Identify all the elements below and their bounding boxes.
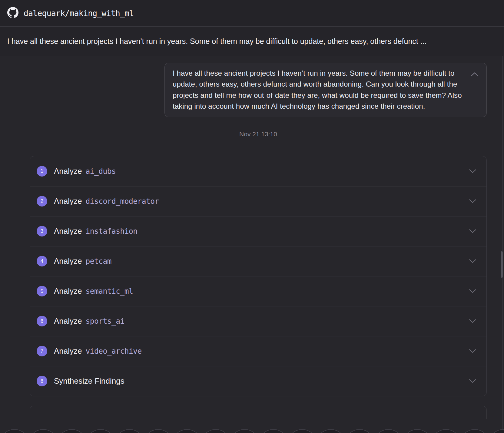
chevron-down-icon[interactable] (469, 287, 476, 295)
task-target-code: discord_moderator (86, 197, 159, 206)
chevron-down-icon[interactable] (469, 227, 476, 235)
task-row-1[interactable]: 1 Analyzeai_dubs (30, 156, 486, 186)
chat-page: { "header": { "repo_title": "dalequark/m… (0, 0, 504, 433)
task-row-8[interactable]: 8 Synthesize Findings (30, 366, 486, 396)
task-number-badge: 4 (37, 256, 47, 266)
task-target-code: petcam (86, 257, 112, 266)
user-message-bubble: I have all these ancient projects I have… (164, 63, 487, 117)
task-label: Synthesize Findings (54, 376, 128, 386)
task-label: Analyzesports_ai (54, 316, 124, 326)
task-label: Analyzesemantic_ml (54, 286, 133, 296)
task-label: Analyzeinstafashion (54, 226, 138, 236)
conversation-content: I have all these ancient projects I have… (30, 63, 487, 419)
task-number-badge: 5 (37, 286, 47, 296)
task-number-badge: 6 (37, 316, 47, 326)
conversation-preview-bar[interactable]: I have all these ancient projects I have… (0, 27, 504, 56)
task-label: Analyzeai_dubs (54, 167, 116, 176)
task-label: Analyzevideo_archive (54, 346, 142, 356)
task-target-code: sports_ai (86, 317, 124, 326)
app-header: dalequark/making_with_ml (0, 0, 504, 27)
task-number-badge: 1 (37, 166, 47, 177)
message-timestamp: Nov 21 13:10 (30, 131, 487, 138)
task-target-code: semantic_ml (86, 287, 133, 296)
chevron-down-icon[interactable] (469, 257, 476, 265)
task-row-3[interactable]: 3 Analyzeinstafashion (30, 216, 486, 246)
task-row-2[interactable]: 2 Analyzediscord_moderator (30, 186, 486, 216)
task-number-badge: 3 (37, 226, 47, 236)
task-row-4[interactable]: 4 Analyzepetcam (30, 246, 486, 276)
scrollbar-track[interactable] (502, 56, 503, 433)
task-row-5[interactable]: 5 Analyzesemantic_ml (30, 276, 486, 306)
chevron-down-icon[interactable] (469, 197, 476, 205)
task-number-badge: 2 (37, 196, 47, 207)
chevron-down-icon[interactable] (469, 167, 476, 175)
scrollbar-thumb[interactable] (501, 251, 503, 278)
task-target-code: video_archive (86, 347, 142, 355)
task-label: Analyzepetcam (54, 256, 111, 266)
github-icon (7, 7, 18, 19)
task-row-7[interactable]: 7 Analyzevideo_archive (30, 336, 486, 366)
conversation-preview-text: I have all these ancient projects I have… (7, 37, 427, 46)
chevron-up-icon[interactable] (470, 70, 479, 79)
task-number-badge: 8 (37, 376, 47, 386)
task-number-badge: 7 (37, 346, 47, 356)
repo-title[interactable]: dalequark/making_with_ml (24, 9, 134, 18)
task-target-code: ai_dubs (86, 167, 116, 176)
task-label: Analyzediscord_moderator (54, 197, 159, 206)
chevron-down-icon[interactable] (469, 347, 476, 355)
task-list: 1 Analyzeai_dubs 2 Analyzediscord_modera… (30, 156, 487, 396)
torn-edge-decoration (0, 428, 504, 433)
task-target-code: instafashion (86, 227, 138, 236)
chevron-down-icon[interactable] (469, 317, 476, 325)
chevron-down-icon[interactable] (469, 377, 476, 385)
next-card-partial (30, 406, 487, 419)
task-row-6[interactable]: 6 Analyzesports_ai (30, 306, 486, 336)
user-message-text: I have all these ancient projects I have… (173, 68, 465, 112)
